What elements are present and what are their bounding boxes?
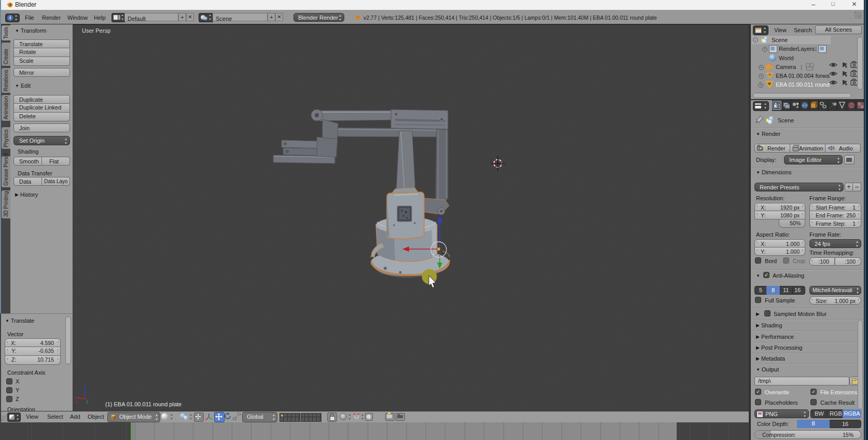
svg-text:y: y (86, 398, 89, 404)
svg-text:x: x (76, 400, 78, 405)
